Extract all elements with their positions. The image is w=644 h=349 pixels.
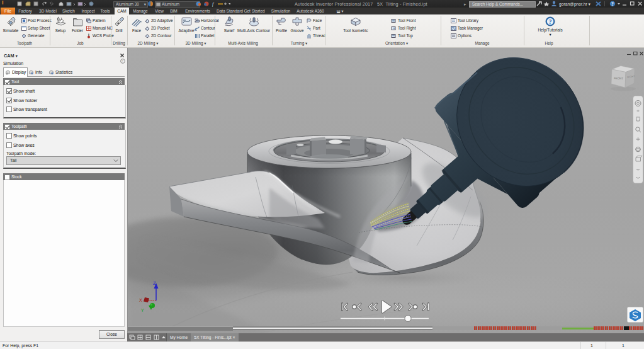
svg-text:FRONT: FRONT [614, 77, 623, 81]
svg-text:?: ? [611, 1, 614, 7]
svg-text:X: X [139, 298, 142, 302]
svg-text:f: f [212, 1, 215, 7]
svg-text:Y: Y [141, 308, 144, 312]
svg-text:?: ? [121, 59, 123, 63]
svg-text:Z: Z [153, 280, 156, 286]
svg-text:?: ? [549, 18, 552, 25]
svg-text:goran@pnor.hr ▾: goran@pnor.hr ▾ [559, 2, 591, 7]
